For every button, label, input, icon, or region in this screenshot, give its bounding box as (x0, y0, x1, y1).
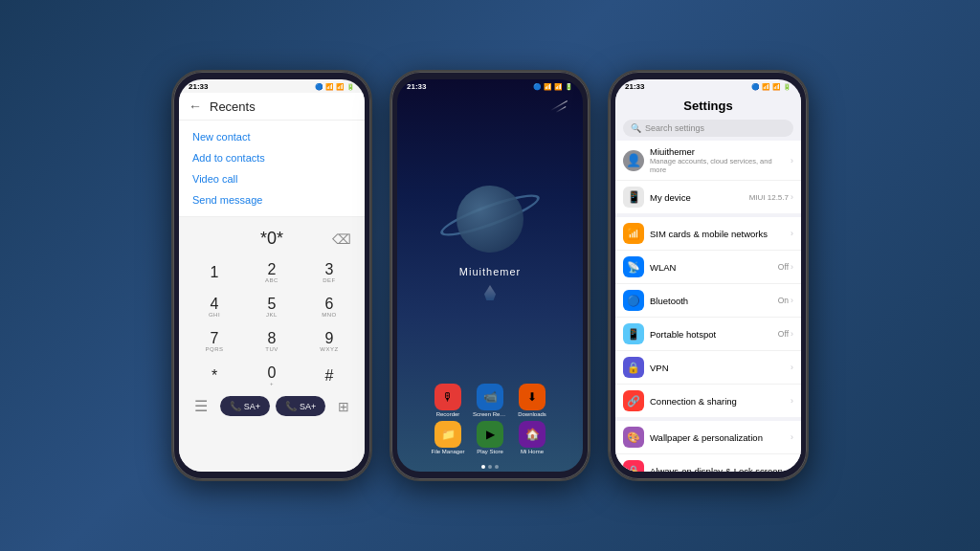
app-row-2: 📁 File Manager ▶ Play Store 🏠 Mi Home (405, 421, 575, 454)
keypad: 1 2ABC 3DEF 4GHI 5JKL 6MNO 7PQRS 8TUV 9W… (179, 256, 365, 392)
file-manager-label: File Manager (431, 449, 465, 454)
bluetooth-right: On › (778, 296, 793, 305)
phone-1-wrapper: 21:33 🔵 📶 📶 🔋 ← Recents New contact Add … (171, 70, 372, 481)
key-3[interactable]: 3DEF (301, 256, 357, 289)
wallpaper-icon: 🎨 (623, 427, 644, 448)
device-right: MIUI 12.5.7 › (749, 192, 793, 202)
search-icon: 🔍 (631, 123, 641, 133)
hotspot-icon: 📱 (623, 323, 644, 344)
key-1[interactable]: 1 (187, 256, 242, 289)
profile-right: › (791, 156, 793, 165)
key-8[interactable]: 8TUV (244, 325, 300, 358)
bluetooth-item[interactable]: 🔵 Bluetooth On › (615, 284, 801, 318)
phone-3: 21:33 🔵 📶 📶 🔋 Settings 🔍 Search settings (608, 70, 809, 481)
network-section: 📶 SIM cards & mobile networks › 📡 WLAN (615, 217, 801, 417)
mi-home-icon: 🏠 (519, 421, 546, 448)
vpn-info: VPN (650, 363, 785, 373)
screen-recorder-label: Screen Recorder (473, 411, 507, 417)
dial-number: *0* (260, 229, 283, 249)
key-6[interactable]: 6MNO (301, 291, 357, 323)
phone-1-time: 21:33 (189, 82, 208, 91)
phone-3-wrapper: 21:33 🔵 📶 📶 🔋 Settings 🔍 Search settings (608, 70, 809, 481)
dialer-area: *0* ⌫ 1 2ABC 3DEF 4GHI 5JKL 6MNO 7PQRS 8… (179, 217, 365, 472)
sim-item[interactable]: 📶 SIM cards & mobile networks › (615, 217, 801, 251)
phone-1-screen: 21:33 🔵 📶 📶 🔋 ← Recents New contact Add … (179, 79, 365, 472)
always-on-chevron: › (791, 466, 793, 472)
dot-1 (481, 465, 485, 469)
app-screen-recorder[interactable]: 📹 Screen Recorder (473, 384, 507, 417)
search-placeholder: Search settings (645, 123, 704, 133)
phone-3-status-icons: 🔵 📶 📶 🔋 (751, 83, 791, 91)
downloads-label: Downloads (515, 411, 549, 417)
phone-1-status-bar: 21:33 🔵 📶 📶 🔋 (179, 79, 365, 93)
hotspot-name: Portable hotspot (650, 329, 772, 340)
vpn-chevron: › (791, 363, 793, 372)
vpn-icon: 🔒 (623, 357, 644, 378)
key-2[interactable]: 2ABC (244, 256, 300, 289)
recorder-label: Recorder (431, 411, 465, 417)
video-call-option[interactable]: Video call (179, 168, 365, 189)
connection-sharing-item[interactable]: 🔗 Connection & sharing › (615, 385, 801, 417)
wallpaper-chevron: › (791, 432, 793, 442)
settings-title: Settings (625, 99, 791, 113)
bluetooth-info: Bluetooth (650, 296, 772, 306)
recorder-icon: 🎙 (434, 384, 461, 410)
device-label: My device (650, 192, 744, 203)
app-downloads[interactable]: ⬇ Downloads (515, 384, 549, 417)
wallpaper-item[interactable]: 🎨 Wallpaper & personalization › (615, 421, 801, 454)
sim-right: › (791, 229, 793, 238)
device-item[interactable]: 📱 My device MIUI 12.5.7 › (615, 181, 801, 213)
app-file-manager[interactable]: 📁 File Manager (431, 421, 465, 454)
profile-item[interactable]: 👤 Miuithemer Manage accounts, cloud serv… (615, 141, 801, 181)
bluetooth-chevron: › (791, 296, 793, 305)
file-manager-icon: 📁 (434, 421, 461, 448)
add-to-contacts-option[interactable]: Add to contacts (179, 147, 365, 168)
planet-visual (447, 176, 533, 262)
miui-version: MIUI 12.5.7 (749, 193, 789, 202)
app-recorder[interactable]: 🎙 Recorder (431, 384, 465, 417)
connection-sharing-info: Connection & sharing (650, 396, 785, 407)
phone-3-screen: 21:33 🔵 📶 📶 🔋 Settings 🔍 Search settings (615, 79, 801, 472)
wlan-item[interactable]: 📡 WLAN Off › (615, 251, 801, 284)
key-9[interactable]: 9WXYZ (301, 325, 357, 358)
wallpaper-info: Wallpaper & personalization (650, 432, 785, 443)
key-4[interactable]: 4GHI (187, 291, 242, 323)
search-bar[interactable]: 🔍 Search settings (623, 120, 793, 137)
sim-info: SIM cards & mobile networks (650, 229, 785, 239)
call-btn-2[interactable]: 📞 SA+ (276, 396, 325, 416)
dot-2 (488, 465, 492, 469)
profile-info: Miuithemer Manage accounts, cloud servic… (650, 146, 785, 174)
wallpaper-name: Wallpaper & personalization (650, 432, 785, 443)
key-7[interactable]: 7PQRS (187, 325, 242, 358)
key-hash[interactable]: # (301, 360, 357, 392)
phone-1: 21:33 🔵 📶 📶 🔋 ← Recents New contact Add … (171, 70, 372, 481)
app-play-store[interactable]: ▶ Play Store (473, 421, 507, 454)
vpn-name: VPN (650, 363, 785, 373)
hotspot-item[interactable]: 📱 Portable hotspot Off › (615, 318, 801, 351)
send-message-option[interactable]: Send message (179, 189, 365, 210)
sim-icon: 📶 (623, 223, 644, 244)
backspace-button[interactable]: ⌫ (332, 231, 351, 247)
key-0[interactable]: 0+ (244, 360, 300, 392)
dialer-menu-button[interactable]: ☰ (194, 397, 208, 415)
key-5[interactable]: 5JKL (244, 291, 300, 323)
phone-2-status-bar: 21:33 🔵 📶 📶 🔋 (397, 79, 583, 93)
key-star[interactable]: * (187, 360, 242, 392)
wlan-value: Off (778, 262, 789, 272)
call-btn-1[interactable]: 📞 SA+ (220, 396, 270, 416)
vpn-item[interactable]: 🔒 VPN › (615, 351, 801, 385)
keypad-toggle-button[interactable]: ⊞ (338, 399, 349, 414)
new-contact-option[interactable]: New contact (179, 126, 365, 147)
app-mi-home[interactable]: 🏠 Mi Home (515, 421, 549, 454)
device-chevron: › (791, 192, 793, 202)
wlan-info: WLAN (650, 262, 772, 273)
personalization-section: 🎨 Wallpaper & personalization › 🔒 Always… (615, 421, 801, 472)
play-store-label: Play Store (473, 449, 507, 454)
always-on-item[interactable]: 🔒 Always-on display & Lock screen › (615, 454, 801, 472)
figure (484, 285, 496, 300)
back-button[interactable]: ← (189, 99, 202, 114)
phone-2-status-icons: 🔵 📶 📶 🔋 (533, 83, 573, 91)
hotspot-chevron: › (791, 329, 793, 339)
always-on-right: › (791, 466, 793, 472)
phone-3-time: 21:33 (625, 82, 644, 91)
